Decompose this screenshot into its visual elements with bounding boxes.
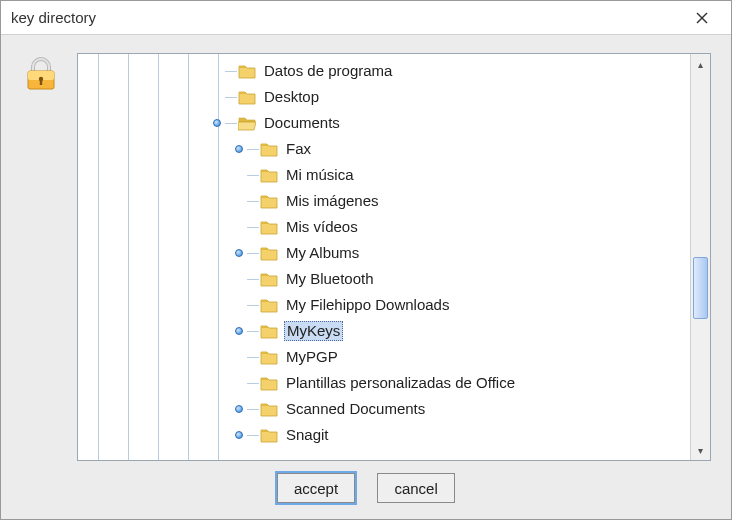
folder-closed-icon xyxy=(260,219,278,235)
tree-node[interactable]: Mi música xyxy=(78,162,690,188)
tree-node[interactable]: Mis imágenes xyxy=(78,188,690,214)
tree-connector xyxy=(246,318,260,344)
cancel-button[interactable]: cancel xyxy=(377,473,455,503)
folder-closed-icon xyxy=(260,245,278,261)
folder-closed-icon xyxy=(260,375,278,391)
tree-toggle[interactable] xyxy=(232,431,246,439)
tree-node[interactable]: MyKeys xyxy=(78,318,690,344)
tree-connector xyxy=(246,162,260,188)
folder-closed-icon xyxy=(238,89,256,105)
folder-closed-icon xyxy=(260,349,278,365)
scrollbar-track[interactable] xyxy=(691,74,710,440)
scroll-up-button[interactable]: ▴ xyxy=(691,54,710,74)
tree-node[interactable]: My Filehippo Downloads xyxy=(78,292,690,318)
tree-node-label[interactable]: Mis imágenes xyxy=(284,192,381,210)
tree-node[interactable]: Plantillas personalizadas de Office xyxy=(78,370,690,396)
vertical-scrollbar[interactable]: ▴ ▾ xyxy=(690,54,710,460)
tree-node[interactable]: Mis vídeos xyxy=(78,214,690,240)
scrollbar-thumb[interactable] xyxy=(693,257,708,319)
tree-node[interactable]: My Bluetooth xyxy=(78,266,690,292)
titlebar: key directory xyxy=(1,1,731,35)
directory-tree: Datos de programaDesktopDocumentsFaxMi m… xyxy=(78,54,690,454)
tree-node-label[interactable]: My Bluetooth xyxy=(284,270,376,288)
tree-node[interactable]: My Albums xyxy=(78,240,690,266)
dialog-title: key directory xyxy=(11,9,681,26)
tree-node-label[interactable]: Datos de programa xyxy=(262,62,394,80)
tree-node[interactable]: Fax xyxy=(78,136,690,162)
dialog-content: Datos de programaDesktopDocumentsFaxMi m… xyxy=(1,35,731,469)
tree-connector xyxy=(224,84,238,110)
tree-connector xyxy=(246,370,260,396)
tree-node-label[interactable]: Mi música xyxy=(284,166,356,184)
key-directory-dialog: key directory Datos de programaDesk xyxy=(0,0,732,520)
tree-node-label[interactable]: My Filehippo Downloads xyxy=(284,296,451,314)
tree-node-label[interactable]: Scanned Documents xyxy=(284,400,427,418)
folder-closed-icon xyxy=(260,271,278,287)
tree-connector xyxy=(246,266,260,292)
tree-connector xyxy=(246,344,260,370)
folder-closed-icon xyxy=(260,141,278,157)
tree-node[interactable]: Desktop xyxy=(78,84,690,110)
folder-open-icon xyxy=(238,115,256,131)
tree-node-label[interactable]: My Albums xyxy=(284,244,361,262)
accept-button[interactable]: accept xyxy=(277,473,355,503)
tree-connector xyxy=(246,214,260,240)
tree-connector xyxy=(246,188,260,214)
tree-node-label[interactable]: Plantillas personalizadas de Office xyxy=(284,374,517,392)
close-icon xyxy=(696,12,708,24)
tree-connector xyxy=(224,58,238,84)
tree-node[interactable]: Datos de programa xyxy=(78,58,690,84)
tree-node-label[interactable]: Snagit xyxy=(284,426,331,444)
tree-node-label[interactable]: MyPGP xyxy=(284,348,340,366)
tree-node-label[interactable]: Documents xyxy=(262,114,342,132)
dialog-button-row: accept cancel xyxy=(1,469,731,519)
tree-connector xyxy=(224,110,238,136)
tree-connector xyxy=(246,136,260,162)
folder-closed-icon xyxy=(260,193,278,209)
tree-toggle[interactable] xyxy=(232,405,246,413)
folder-closed-icon xyxy=(260,297,278,313)
lock-column xyxy=(13,53,69,461)
folder-closed-icon xyxy=(260,167,278,183)
folder-closed-icon xyxy=(260,401,278,417)
tree-node-label[interactable]: Mis vídeos xyxy=(284,218,360,236)
tree-connector xyxy=(246,240,260,266)
lock-icon xyxy=(22,55,60,93)
tree-node[interactable]: Scanned Documents xyxy=(78,396,690,422)
folder-closed-icon xyxy=(260,427,278,443)
tree-node-label[interactable]: Fax xyxy=(284,140,313,158)
directory-tree-panel: Datos de programaDesktopDocumentsFaxMi m… xyxy=(77,53,711,461)
tree-toggle[interactable] xyxy=(210,119,224,127)
tree-toggle[interactable] xyxy=(232,249,246,257)
tree-node[interactable]: Documents xyxy=(78,110,690,136)
tree-connector xyxy=(246,292,260,318)
folder-closed-icon xyxy=(260,323,278,339)
tree-connector xyxy=(246,422,260,448)
tree-toggle[interactable] xyxy=(232,145,246,153)
tree-node-label[interactable]: Desktop xyxy=(262,88,321,106)
tree-node[interactable]: MyPGP xyxy=(78,344,690,370)
tree-connector xyxy=(246,396,260,422)
directory-tree-viewport[interactable]: Datos de programaDesktopDocumentsFaxMi m… xyxy=(78,54,690,460)
tree-node[interactable]: Snagit xyxy=(78,422,690,448)
folder-closed-icon xyxy=(238,63,256,79)
scroll-down-button[interactable]: ▾ xyxy=(691,440,710,460)
tree-node-label[interactable]: MyKeys xyxy=(284,321,343,341)
close-button[interactable] xyxy=(681,3,723,33)
tree-toggle[interactable] xyxy=(232,327,246,335)
svg-rect-5 xyxy=(40,80,42,85)
